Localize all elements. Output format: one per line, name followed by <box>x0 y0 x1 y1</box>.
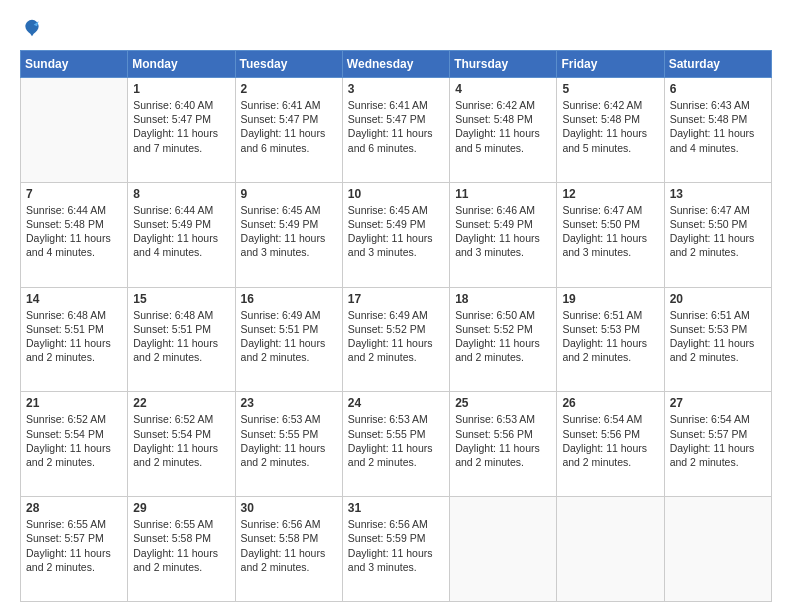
cell-line: and 2 minutes. <box>133 350 229 364</box>
cell-line: Daylight: 11 hours <box>133 231 229 245</box>
cell-line: Sunrise: 6:51 AM <box>670 308 766 322</box>
calendar-cell: 1Sunrise: 6:40 AMSunset: 5:47 PMDaylight… <box>128 78 235 183</box>
logo <box>20 18 42 38</box>
calendar-cell: 13Sunrise: 6:47 AMSunset: 5:50 PMDayligh… <box>664 182 771 287</box>
day-number: 18 <box>455 292 551 306</box>
cell-line: Daylight: 11 hours <box>26 231 122 245</box>
calendar-cell: 5Sunrise: 6:42 AMSunset: 5:48 PMDaylight… <box>557 78 664 183</box>
cell-line: Sunrise: 6:46 AM <box>455 203 551 217</box>
cell-line: Sunrise: 6:53 AM <box>348 412 444 426</box>
calendar-cell: 8Sunrise: 6:44 AMSunset: 5:49 PMDaylight… <box>128 182 235 287</box>
day-number: 31 <box>348 501 444 515</box>
calendar-cell: 18Sunrise: 6:50 AMSunset: 5:52 PMDayligh… <box>450 287 557 392</box>
cell-line: Sunrise: 6:49 AM <box>241 308 337 322</box>
cell-line: Sunset: 5:48 PM <box>455 112 551 126</box>
day-number: 6 <box>670 82 766 96</box>
cell-line: Sunset: 5:49 PM <box>348 217 444 231</box>
cell-line: Sunset: 5:54 PM <box>26 427 122 441</box>
day-number: 29 <box>133 501 229 515</box>
cell-line: Daylight: 11 hours <box>455 126 551 140</box>
cell-line: Daylight: 11 hours <box>455 231 551 245</box>
cell-line: Sunrise: 6:48 AM <box>26 308 122 322</box>
cell-line: Sunrise: 6:40 AM <box>133 98 229 112</box>
cell-line: Sunrise: 6:53 AM <box>241 412 337 426</box>
cell-line: Sunrise: 6:41 AM <box>348 98 444 112</box>
cell-line: and 3 minutes. <box>348 560 444 574</box>
day-number: 4 <box>455 82 551 96</box>
cell-line: Sunrise: 6:45 AM <box>241 203 337 217</box>
cell-line: Sunrise: 6:42 AM <box>562 98 658 112</box>
cell-line: Daylight: 11 hours <box>241 126 337 140</box>
cell-line: Sunset: 5:56 PM <box>562 427 658 441</box>
cell-line: Sunrise: 6:56 AM <box>348 517 444 531</box>
cell-line: Daylight: 11 hours <box>348 441 444 455</box>
cell-line: Sunset: 5:57 PM <box>670 427 766 441</box>
cell-line: Sunrise: 6:52 AM <box>26 412 122 426</box>
day-number: 19 <box>562 292 658 306</box>
cell-line: Daylight: 11 hours <box>562 126 658 140</box>
calendar-cell: 31Sunrise: 6:56 AMSunset: 5:59 PMDayligh… <box>342 497 449 602</box>
cell-line: Sunset: 5:58 PM <box>133 531 229 545</box>
calendar-cell: 7Sunrise: 6:44 AMSunset: 5:48 PMDaylight… <box>21 182 128 287</box>
calendar-cell: 3Sunrise: 6:41 AMSunset: 5:47 PMDaylight… <box>342 78 449 183</box>
calendar-cell: 26Sunrise: 6:54 AMSunset: 5:56 PMDayligh… <box>557 392 664 497</box>
cell-line: Daylight: 11 hours <box>241 546 337 560</box>
calendar-cell <box>21 78 128 183</box>
calendar-cell: 20Sunrise: 6:51 AMSunset: 5:53 PMDayligh… <box>664 287 771 392</box>
calendar-cell: 16Sunrise: 6:49 AMSunset: 5:51 PMDayligh… <box>235 287 342 392</box>
cell-line: and 5 minutes. <box>562 141 658 155</box>
cell-line: Daylight: 11 hours <box>241 441 337 455</box>
cell-line: Sunset: 5:48 PM <box>26 217 122 231</box>
calendar-cell: 12Sunrise: 6:47 AMSunset: 5:50 PMDayligh… <box>557 182 664 287</box>
cell-line: and 2 minutes. <box>133 455 229 469</box>
calendar-header-row: SundayMondayTuesdayWednesdayThursdayFrid… <box>21 51 772 78</box>
calendar-cell: 17Sunrise: 6:49 AMSunset: 5:52 PMDayligh… <box>342 287 449 392</box>
day-number: 2 <box>241 82 337 96</box>
cell-line: Daylight: 11 hours <box>133 336 229 350</box>
cell-line: Sunrise: 6:51 AM <box>562 308 658 322</box>
cell-line: Sunrise: 6:52 AM <box>133 412 229 426</box>
cell-line: Daylight: 11 hours <box>348 546 444 560</box>
cell-line: Sunrise: 6:54 AM <box>562 412 658 426</box>
day-number: 23 <box>241 396 337 410</box>
day-number: 26 <box>562 396 658 410</box>
calendar-cell: 25Sunrise: 6:53 AMSunset: 5:56 PMDayligh… <box>450 392 557 497</box>
day-number: 9 <box>241 187 337 201</box>
day-number: 30 <box>241 501 337 515</box>
cell-line: Sunset: 5:58 PM <box>241 531 337 545</box>
day-number: 12 <box>562 187 658 201</box>
cell-line: Sunrise: 6:55 AM <box>26 517 122 531</box>
calendar-cell: 22Sunrise: 6:52 AMSunset: 5:54 PMDayligh… <box>128 392 235 497</box>
cell-line: and 2 minutes. <box>562 455 658 469</box>
calendar-cell: 11Sunrise: 6:46 AMSunset: 5:49 PMDayligh… <box>450 182 557 287</box>
cell-line: Sunset: 5:49 PM <box>133 217 229 231</box>
cell-line: Sunset: 5:54 PM <box>133 427 229 441</box>
cell-line: Daylight: 11 hours <box>133 441 229 455</box>
calendar-cell: 2Sunrise: 6:41 AMSunset: 5:47 PMDaylight… <box>235 78 342 183</box>
cell-line: and 2 minutes. <box>133 560 229 574</box>
cell-line: Sunrise: 6:43 AM <box>670 98 766 112</box>
calendar-cell: 15Sunrise: 6:48 AMSunset: 5:51 PMDayligh… <box>128 287 235 392</box>
header <box>20 18 772 38</box>
cell-line: Sunset: 5:49 PM <box>455 217 551 231</box>
cell-line: and 2 minutes. <box>670 350 766 364</box>
day-number: 21 <box>26 396 122 410</box>
cell-line: Daylight: 11 hours <box>26 441 122 455</box>
day-header-friday: Friday <box>557 51 664 78</box>
cell-line: Sunrise: 6:42 AM <box>455 98 551 112</box>
day-number: 7 <box>26 187 122 201</box>
cell-line: Sunrise: 6:49 AM <box>348 308 444 322</box>
cell-line: and 6 minutes. <box>241 141 337 155</box>
cell-line: Sunrise: 6:45 AM <box>348 203 444 217</box>
cell-line: Sunset: 5:47 PM <box>133 112 229 126</box>
week-row-2: 14Sunrise: 6:48 AMSunset: 5:51 PMDayligh… <box>21 287 772 392</box>
cell-line: Sunrise: 6:47 AM <box>562 203 658 217</box>
calendar-cell: 10Sunrise: 6:45 AMSunset: 5:49 PMDayligh… <box>342 182 449 287</box>
cell-line: Sunset: 5:51 PM <box>241 322 337 336</box>
day-header-monday: Monday <box>128 51 235 78</box>
calendar-cell: 21Sunrise: 6:52 AMSunset: 5:54 PMDayligh… <box>21 392 128 497</box>
cell-line: Sunrise: 6:54 AM <box>670 412 766 426</box>
cell-line: and 2 minutes. <box>670 245 766 259</box>
week-row-0: 1Sunrise: 6:40 AMSunset: 5:47 PMDaylight… <box>21 78 772 183</box>
day-number: 27 <box>670 396 766 410</box>
